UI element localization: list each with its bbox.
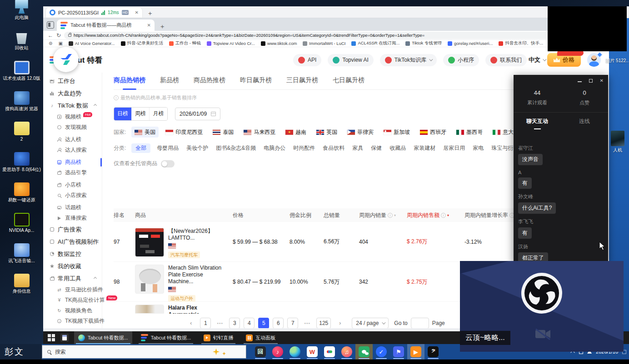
sidebar-item-数据监控[interactable]: 数据监控: [43, 248, 102, 260]
sidebar-item-亚马逊比价插件[interactable]: ⇄亚马逊比价插件: [43, 285, 102, 295]
desktop-icon[interactable]: 搜狗高速浏 览器: [1, 91, 43, 112]
vertical-tabs-icon[interactable]: [47, 21, 54, 29]
close-tab-icon[interactable]: ✕: [135, 10, 139, 15]
country-id[interactable]: 印度尼西亚: [162, 127, 206, 138]
desktop-icon[interactable]: 讯飞语音输...: [1, 243, 43, 264]
next-page-button[interactable]: ›: [334, 318, 345, 329]
close-icon[interactable]: ✕: [600, 78, 604, 83]
date-picker[interactable]: 2026/01/09: [175, 108, 220, 120]
maximize-icon[interactable]: [589, 79, 593, 83]
desktop-icon[interactable]: 2: [1, 122, 43, 142]
pricing-button[interactable]: 价格: [547, 53, 581, 67]
category-家电[interactable]: 家电: [473, 143, 484, 153]
desktop-icon[interactable]: 回收站: [1, 30, 43, 51]
column-header[interactable]: 周期内销售额i▾: [407, 212, 464, 219]
tricolor-app-icon[interactable]: [321, 344, 338, 359]
taskbar-search-box[interactable]: 搜索: [42, 345, 246, 359]
country-ph[interactable]: 菲律宾: [344, 127, 377, 138]
bookmark-item[interactable]: Tiktok 专线管理: [405, 40, 442, 46]
bookmark-item[interactable]: www.tiktok.com: [261, 41, 297, 46]
sidebar-item-直播搜索[interactable]: 直播搜索: [43, 213, 102, 223]
period-日榜[interactable]: 日榜: [114, 108, 132, 120]
country-sg[interactable]: 新加坡: [380, 127, 413, 138]
back-icon[interactable]: ←: [48, 33, 53, 38]
page-size-select[interactable]: 24 / page: [352, 318, 389, 329]
country-us[interactable]: 美国: [131, 127, 159, 138]
tab-商品热推榜[interactable]: 商品热推榜: [194, 76, 225, 89]
sidebar-item-发现视频[interactable]: 发现视频: [43, 122, 102, 133]
category-全部[interactable]: 全部: [131, 143, 150, 153]
page-button-7[interactable]: 7: [287, 318, 298, 329]
bookmark-item[interactable]: 抖音-记录美好生活: [121, 40, 163, 46]
close-tab-icon[interactable]: ✕: [147, 23, 151, 28]
sidebar-item-大盘趋势[interactable]: 大盘趋势: [43, 87, 102, 99]
desktop-icon[interactable]: 身份信息: [1, 274, 43, 294]
country-vn[interactable]: 越南: [282, 127, 310, 138]
goto-page-input[interactable]: [411, 318, 429, 329]
sidebar-item-选品引擎[interactable]: 选品引擎: [43, 167, 102, 178]
desktop-icon[interactable]: 此电脑: [1, 0, 43, 20]
category-食品饮料[interactable]: 食品饮料: [323, 143, 344, 153]
sidebar-item-小店搜索[interactable]: 小店搜索: [43, 190, 102, 201]
nav-tiktok-[interactable]: TikTok知识库: [380, 54, 437, 66]
product-cell[interactable]: 【NewYear2026】LAMTTO...汽车与摩托车: [135, 225, 233, 258]
edge-icon[interactable]: [286, 344, 304, 359]
tab-新品榜[interactable]: 新品榜: [160, 76, 179, 89]
prev-page-button[interactable]: ‹: [185, 318, 196, 329]
desktop-icon[interactable]: 图片 5122...: [597, 58, 629, 64]
quark-icon[interactable]: ✓: [373, 344, 390, 359]
new-tab-icon[interactable]: ＋: [159, 23, 165, 31]
sidebar-item-常用工具[interactable]: 常用工具: [43, 272, 102, 285]
sidebar-item-视频榜[interactable]: 视频榜Hot: [43, 112, 102, 122]
sidebar-item-商品榜[interactable]: 商品榜: [43, 157, 102, 167]
reading-list-icon[interactable]: ⊜: [49, 41, 52, 46]
sidebar-item-TK商品定价计算[interactable]: ¥TK商品定价计算New: [43, 295, 102, 305]
period-月榜[interactable]: 月榜: [150, 108, 167, 120]
desktop-icon[interactable]: 易数一键还原: [1, 182, 43, 203]
tab-七日飙升榜[interactable]: 七日飙升榜: [333, 76, 364, 89]
tab-三日飙升榜[interactable]: 三日飙升榜: [286, 76, 318, 89]
bookmark-item[interactable]: Topview AI Video Cr...: [207, 41, 255, 46]
remote-tool-icon[interactable]: 回: [252, 344, 269, 359]
nav--[interactable]: 联系我们: [485, 54, 527, 66]
sidebar-item-广告搜索[interactable]: 广告搜索: [43, 223, 102, 236]
taskbar-task-Tabcut 特看数据...[interactable]: Tabcut 特看数据...: [74, 331, 132, 344]
bookmark-item[interactable]: ImmortalWrt - LuCI: [303, 41, 345, 46]
new-tab-icon[interactable]: ＋: [147, 10, 153, 18]
tabcut-float-logo[interactable]: [53, 47, 79, 72]
language-switch[interactable]: 中文: [529, 56, 545, 64]
wps-icon[interactable]: W: [304, 344, 321, 359]
bookmark-item[interactable]: ACL4SSR 在线订阅...: [351, 40, 399, 46]
bookmark-item[interactable]: 工作台 - 蝉镜: [169, 40, 201, 46]
minimize-icon[interactable]: [578, 81, 582, 82]
nav--[interactable]: 小程序: [443, 54, 479, 66]
product-cell[interactable]: Merach Slim Vibration Plate Exercise Mac…: [135, 262, 233, 302]
toggle-switch[interactable]: [161, 160, 175, 167]
tab-connect[interactable]: 连线: [561, 118, 608, 129]
sidebar-item-TK视频下载插件[interactable]: TK视频下载插件: [43, 316, 102, 326]
tab-chat-interaction[interactable]: 聊天互动: [514, 118, 561, 129]
sidebar-item-AI广告视频制作[interactable]: AI广告视频制作: [43, 236, 102, 248]
column-header[interactable]: 周期内销量i▾: [359, 212, 407, 219]
calculator-icon[interactable]: [60, 334, 69, 342]
country-th[interactable]: 泰国: [210, 127, 237, 138]
page-button-3[interactable]: 3: [229, 318, 240, 329]
remote-session-tab[interactable]: PC-20250113ISGI 12ms HD ✕: [46, 7, 142, 18]
country-my[interactable]: 马来西亚: [240, 127, 279, 138]
sidebar-item-我的收藏[interactable]: 我的收藏: [43, 260, 102, 272]
sidebar-item-达人榜[interactable]: 达人榜: [43, 134, 102, 145]
category-家装建材[interactable]: 家装建材: [414, 143, 435, 153]
bookmarks-folder-icon[interactable]: ▣: [58, 41, 62, 46]
douyin-icon[interactable]: ♪: [269, 344, 286, 359]
product-cell[interactable]: Halara Flex Asymmetric...: [135, 302, 233, 314]
bookmark-item[interactable]: gorelay.net/#/useri...: [448, 41, 493, 46]
page-button-6[interactable]: 6: [273, 318, 284, 329]
country-gb[interactable]: 英国: [313, 127, 340, 138]
dingtalk-live-icon[interactable]: ▶: [407, 344, 424, 359]
taskbar-task-钉钉直播[interactable]: 钉钉直播: [200, 331, 237, 344]
category-图书&杂志&音频[interactable]: 图书&杂志&音频: [216, 143, 256, 153]
category-居家日用[interactable]: 居家日用: [443, 143, 465, 153]
browser-tab[interactable]: Tabcut 特看数据——商品榜 ✕: [57, 20, 155, 31]
period-周榜[interactable]: 周榜: [132, 108, 150, 120]
sidebar-item-视频换角色[interactable]: ↻视频换角色: [43, 305, 102, 316]
